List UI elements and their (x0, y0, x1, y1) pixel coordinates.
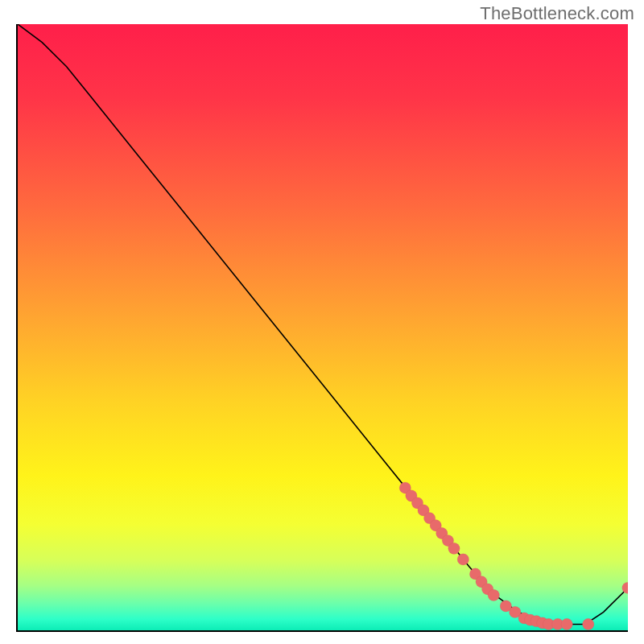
plot-area (16, 24, 628, 632)
data-marker (488, 589, 499, 601)
data-marker (583, 618, 594, 630)
marker-group (399, 482, 628, 630)
data-marker (561, 618, 572, 630)
data-marker (448, 543, 460, 554)
bottleneck-curve (18, 24, 628, 624)
attribution-text: TheBottleneck.com (480, 3, 634, 24)
curve-layer (18, 24, 628, 630)
chart-stage: TheBottleneck.com (0, 0, 644, 644)
data-marker (457, 554, 469, 565)
